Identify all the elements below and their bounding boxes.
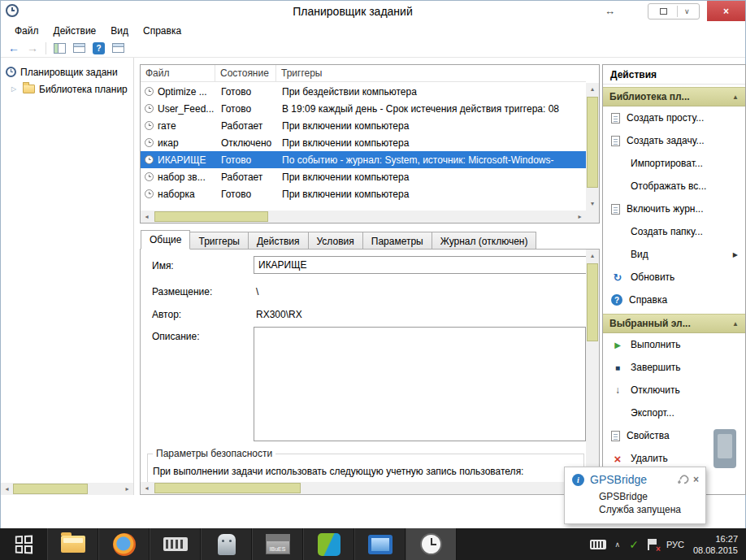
action-item[interactable]: ▶Выполнить (603, 333, 745, 356)
notification-body: GPSBridge Служба запущена (565, 488, 705, 516)
scroll-thumb[interactable] (587, 263, 598, 341)
tree-item-task-library[interactable]: ▷ Библиотека планир (1, 80, 133, 98)
action-item[interactable]: Создать папку... (603, 220, 745, 243)
tree-expand-icon[interactable]: ▷ (11, 85, 19, 93)
window-controls[interactable]: ∨ (648, 3, 700, 20)
wrench-icon[interactable] (678, 475, 686, 484)
show-console-tree-icon[interactable] (54, 43, 66, 54)
tree-item-task-scheduler[interactable]: Планировщик задани (1, 63, 133, 80)
tab-triggers[interactable]: Триггеры (189, 232, 249, 250)
collapse-icon[interactable]: ▲ (732, 93, 739, 101)
table-row[interactable]: ИКАРИЩЕГотовоПо событию - журнал: System… (141, 151, 586, 168)
table-row[interactable]: Optimize ...ГотовоПри бездействии компью… (141, 83, 586, 100)
table-row[interactable]: User_Feed...ГотовоВ 19:09 каждый день - … (141, 100, 586, 117)
scroll-thumb[interactable] (154, 211, 268, 222)
taskbar-app-clock-app[interactable] (406, 528, 457, 560)
icon-spacer (611, 406, 624, 419)
collapse-icon[interactable]: ▲ (732, 320, 739, 328)
column-header-status[interactable]: Состояние (215, 65, 276, 81)
detail-vscrollbar[interactable]: ▴ ▾ (586, 250, 599, 481)
notification-popup[interactable]: i GPSBridge × GPSBridge Служба запущена (564, 467, 706, 524)
taskbar-app-photo-viewer[interactable] (354, 528, 406, 560)
scroll-up-icon[interactable]: ▴ (586, 83, 599, 95)
antivirus-check-icon[interactable]: ✓ (629, 538, 639, 551)
scroll-right-icon[interactable]: ▸ (574, 211, 586, 223)
tab-general[interactable]: Общие (141, 230, 190, 250)
action-section-header[interactable]: Выбранный эл...▲ (603, 314, 745, 333)
table-row[interactable]: икарОтключеноПри включении компьютера (141, 134, 586, 151)
scroll-left-icon[interactable]: ◂ (141, 482, 153, 494)
tab-settings[interactable]: Параметры (362, 232, 432, 250)
taskbar-app-robot-app[interactable] (201, 528, 252, 560)
scroll-left-icon[interactable]: ◂ (141, 211, 153, 223)
scroll-thumb[interactable] (587, 97, 598, 188)
action-item[interactable]: Создать просту... (603, 106, 745, 129)
scroll-track[interactable] (586, 95, 599, 198)
action-item[interactable]: ?Справка (603, 289, 745, 311)
task-list-vscrollbar[interactable]: ▴ ▾ (586, 83, 599, 210)
action-pane-icon[interactable] (112, 43, 124, 53)
detail-hscrollbar[interactable]: ◂ ▸ (141, 482, 586, 494)
scroll-thumb[interactable] (13, 484, 88, 494)
tab-actions[interactable]: Действия (248, 232, 309, 250)
scroll-down-icon[interactable]: ▾ (586, 198, 599, 210)
close-button[interactable]: × (707, 1, 745, 21)
table-row[interactable]: гатеРаботаетПри включении компьютера (141, 117, 586, 134)
help-icon[interactable]: ? (93, 42, 105, 54)
scroll-track[interactable] (153, 211, 574, 223)
scroll-track[interactable] (586, 262, 599, 469)
document-icon (611, 136, 620, 146)
touch-keyboard-icon[interactable] (590, 540, 606, 549)
action-item[interactable]: Вид▶ (603, 243, 745, 266)
taskbar-clock[interactable]: 16:27 08.08.2015 (693, 533, 738, 556)
menu-action[interactable]: Действие (46, 23, 104, 39)
menu-file[interactable]: Файл (7, 23, 46, 39)
action-section-header[interactable]: Библиотека пл...▲ (603, 87, 745, 106)
action-item[interactable]: Экспорт... (603, 402, 745, 424)
task-list-hscrollbar[interactable]: ◂ ▸ (141, 211, 586, 223)
action-item[interactable]: ↓Отключить (603, 379, 745, 402)
taskbar-app-explorer-folder[interactable] (47, 528, 98, 560)
name-input[interactable] (254, 256, 588, 274)
scroll-track[interactable] (13, 483, 121, 495)
taskbar-app-keyboard-app[interactable] (150, 528, 201, 560)
tab-history[interactable]: Журнал (отключен) (432, 232, 537, 250)
back-icon[interactable]: ← (8, 41, 20, 54)
taskbar-app-ibues-box[interactable]: IBuES (252, 528, 303, 560)
taskbar-app-bluestacks[interactable] (303, 528, 354, 560)
action-item[interactable]: Отображать вс... (603, 175, 745, 198)
menu-view[interactable]: Вид (103, 23, 136, 39)
scroll-thumb[interactable] (154, 483, 301, 493)
action-item[interactable]: Создать задачу... (603, 129, 745, 152)
description-field[interactable] (254, 327, 586, 441)
table-row[interactable]: набор зв...РаботаетПри включении компьют… (141, 168, 586, 185)
action-item[interactable]: ↻Обновить (603, 266, 745, 289)
task-clock-icon (145, 172, 154, 181)
action-center-flag-icon[interactable]: × (648, 539, 657, 550)
scroll-left-icon[interactable]: ◂ (1, 483, 13, 495)
tray-chevron-icon[interactable]: ∧ (615, 540, 621, 549)
chevron-down-icon[interactable]: ∨ (684, 7, 690, 15)
language-indicator[interactable]: РУС (666, 540, 684, 549)
taskbar-app-firefox[interactable] (98, 528, 150, 560)
action-item[interactable]: Включить журн... (603, 198, 745, 220)
task-table-body: Optimize ...ГотовоПри бездействии компью… (141, 83, 586, 210)
scroll-up-icon[interactable]: ▴ (586, 250, 599, 262)
action-item[interactable]: ■Завершить (603, 356, 745, 379)
notification-close-icon[interactable]: × (693, 474, 699, 485)
tree-hscrollbar[interactable]: ◂ ▸ (1, 483, 133, 495)
menu-help[interactable]: Справка (136, 23, 189, 39)
titlebar[interactable]: Планировщик заданий ↔ ∨ × (1, 1, 745, 22)
column-header-triggers[interactable]: Триггеры (276, 65, 586, 81)
export-list-icon[interactable] (73, 43, 85, 53)
start-button[interactable] (0, 528, 47, 560)
scroll-track[interactable] (153, 482, 574, 494)
tab-conditions[interactable]: Условия (308, 232, 363, 250)
column-header-file[interactable]: Файл (141, 65, 215, 81)
table-row[interactable]: наборкаГотовоПри включении компьютера (141, 185, 586, 202)
desktop: Планировщик заданий ↔ ∨ × Файл Действие … (0, 0, 746, 560)
restore-window-icon[interactable] (660, 8, 667, 15)
scroll-right-icon[interactable]: ▸ (121, 483, 133, 495)
action-item[interactable]: Импортироват... (603, 152, 745, 175)
forward-icon[interactable]: → (27, 41, 38, 54)
